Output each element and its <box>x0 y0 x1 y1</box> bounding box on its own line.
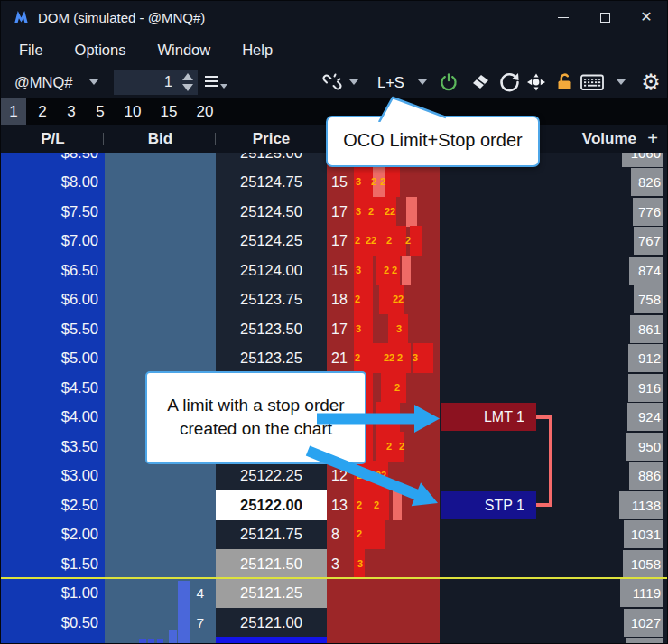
pl-cell: $2.00 <box>1 519 98 549</box>
refresh-button[interactable] <box>497 66 521 98</box>
ask-size-cell[interactable]: 3 <box>331 549 339 579</box>
ladder-row[interactable]: $1.5025121.50331058 <box>1 549 667 579</box>
ladder-row[interactable]: $8.0025124.7515322826 <box>1 167 667 197</box>
add-column-button[interactable]: + <box>647 125 658 153</box>
settings-button[interactable]: ⚙ <box>638 66 663 98</box>
ladder-row[interactable]: $1.00425121.251119 <box>1 578 667 608</box>
ask-size-cell[interactable]: 13 <box>331 490 348 520</box>
trade-size-label: 22 <box>393 285 404 314</box>
oco-bracket-line <box>549 415 552 505</box>
ask-size-cell[interactable]: 17 <box>331 314 348 344</box>
ladder-row[interactable]: $2.5025122.0013221138 <box>1 490 667 520</box>
price-cell[interactable]: 25121.75 <box>216 519 327 549</box>
ask-activity-bar <box>393 490 402 520</box>
ladder-row[interactable]: $3.0025122.2512222886 <box>1 461 667 490</box>
volume-cell: 776 <box>607 197 661 227</box>
pl-cell: $2.50 <box>1 490 98 520</box>
ladder-row[interactable]: $2.0025121.75821031 <box>1 519 667 549</box>
quantity-presets-button[interactable] <box>205 66 227 98</box>
note-line1: A limit with a stop order <box>147 394 365 417</box>
trade-size-label: 2 <box>384 256 389 285</box>
limit-order-marker[interactable]: LMT 1 <box>441 403 536 431</box>
price-cell[interactable]: 25121.25 <box>216 578 327 608</box>
recenter-button[interactable] <box>524 66 548 98</box>
price-cell[interactable]: 25125.00 <box>216 153 327 168</box>
symbol-dropdown-caret[interactable] <box>89 66 98 98</box>
price-cell[interactable]: 25124.75 <box>216 167 327 197</box>
power-icon <box>439 72 459 92</box>
depth-tab-20[interactable]: 20 <box>189 98 221 125</box>
ask-size-cell[interactable]: 18 <box>331 285 348 314</box>
ask-size-cell[interactable]: 15 <box>331 167 348 197</box>
price-cell[interactable]: 25123.25 <box>216 343 327 373</box>
ladder-row[interactable]: $6.5025124.0015322874 <box>1 256 667 285</box>
minimize-button[interactable] <box>543 1 584 33</box>
depth-tab-2[interactable]: 2 <box>30 98 55 125</box>
price-cell[interactable]: 25121.00 <box>216 608 327 638</box>
trade-size-label: 2 <box>386 432 392 462</box>
price-cell[interactable]: 25124.00 <box>216 256 327 285</box>
stop-order-marker[interactable]: STP 1 <box>441 491 536 519</box>
header-volume: Volume <box>582 125 636 153</box>
depth-tab-1[interactable]: 1 <box>1 98 26 125</box>
pl-cell: $5.00 <box>1 343 98 373</box>
pl-cell: $3.00 <box>1 461 98 490</box>
header-bid: Bid <box>105 125 216 153</box>
price-cell[interactable]: 25123.50 <box>216 314 327 344</box>
keyboard-dropdown-caret[interactable] <box>617 66 626 98</box>
quantity-stepper[interactable]: 1 <box>114 70 198 95</box>
depth-tab-5[interactable]: 5 <box>88 98 113 125</box>
ladder-row[interactable]: $0.50725121.001027 <box>1 608 667 638</box>
price-cell[interactable]: 25124.25 <box>216 226 327 256</box>
unlink-button[interactable] <box>320 66 344 98</box>
ask-size-cell[interactable]: 15 <box>331 256 348 285</box>
depth-tab-3[interactable]: 3 <box>59 98 84 125</box>
menu-help[interactable]: Help <box>242 42 273 59</box>
ladder-row[interactable]: $7.0025124.251722222767 <box>1 226 667 256</box>
price-cell[interactable]: 25121.50 <box>216 549 327 579</box>
order-mode-dropdown-caret[interactable] <box>418 66 427 98</box>
clear-button[interactable] <box>469 66 492 98</box>
pl-cell: $7.00 <box>1 226 98 256</box>
ask-size-cell[interactable]: 21 <box>331 343 348 373</box>
price-cell[interactable]: 25123.75 <box>216 285 327 314</box>
unlink-dropdown-caret[interactable] <box>349 66 358 98</box>
price-cell[interactable]: 25122.00 <box>216 490 327 520</box>
ladder-row[interactable]: $5.5025123.501733861 <box>1 314 667 344</box>
maximize-button[interactable] <box>584 1 626 33</box>
depth-tab-15[interactable]: 15 <box>153 98 185 125</box>
ask-size-cell[interactable]: 17 <box>331 226 348 256</box>
quantity-up-icon[interactable] <box>182 73 193 80</box>
quantity-down-icon[interactable] <box>182 84 193 91</box>
ladder-row[interactable]: $5.0025123.252122223912 <box>1 343 667 373</box>
bid-depth-bar <box>139 639 146 644</box>
titlebar: DOM (simulated - @MNQ#) ✕ <box>1 1 667 33</box>
app-logo-icon <box>14 9 30 25</box>
menu-window[interactable]: Window <box>157 42 210 59</box>
depth-tab-10[interactable]: 10 <box>116 98 149 125</box>
symbol-selector[interactable]: @MNQ# <box>14 66 72 98</box>
next-price-partial-row <box>216 637 327 644</box>
ladder-row[interactable]: $7.5025124.50173222776 <box>1 197 667 227</box>
pl-cell: $5.50 <box>1 314 98 344</box>
close-button[interactable]: ✕ <box>626 1 667 33</box>
ask-size-cell[interactable]: 8 <box>331 519 339 549</box>
price-cell[interactable]: 25122.25 <box>216 461 327 490</box>
window-title: DOM (simulated - @MNQ#) <box>38 10 205 25</box>
keyboard-button[interactable] <box>579 66 606 98</box>
volume-bar-partial <box>626 638 663 644</box>
lock-button[interactable] <box>552 66 576 98</box>
ask-size-cell[interactable]: 17 <box>331 197 348 227</box>
power-button[interactable] <box>438 66 459 98</box>
quantity-value[interactable]: 1 <box>114 74 180 90</box>
trade-size-label: 2 <box>368 197 374 227</box>
order-mode-selector[interactable]: L+S <box>377 66 404 98</box>
ladder-row[interactable]: $6.0025123.7518222758 <box>1 285 667 314</box>
ask-activity-bar <box>410 226 422 256</box>
ask-activity-bar <box>381 373 406 403</box>
price-cell[interactable]: 25124.50 <box>216 197 327 227</box>
menu-file[interactable]: File <box>19 42 43 59</box>
ask-size-cell[interactable]: 12 <box>331 461 348 490</box>
menu-options[interactable]: Options <box>75 42 126 59</box>
pl-cell: $1.50 <box>1 549 98 579</box>
